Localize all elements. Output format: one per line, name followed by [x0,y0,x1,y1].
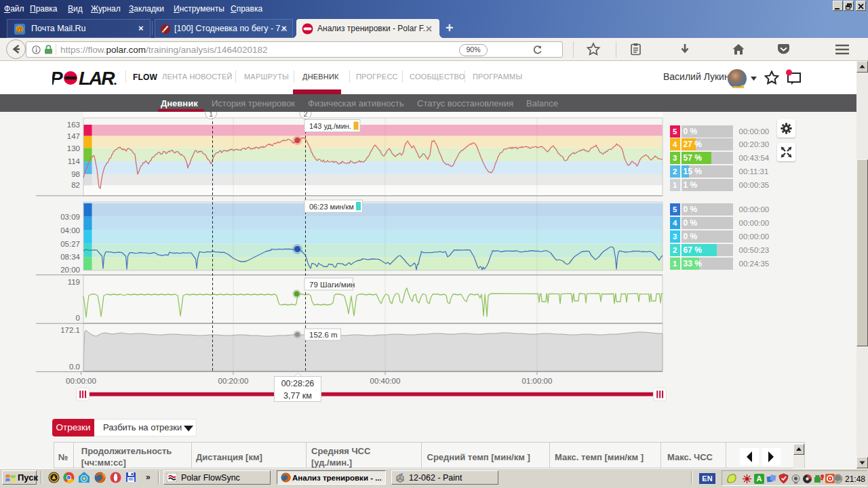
svg-text:01:00:00: 01:00:00 [522,377,553,385]
svg-text:P: P [52,68,63,89]
svg-text:130: 130 [67,144,80,152]
svg-text:08:34: 08:34 [60,253,80,261]
svg-text:98: 98 [71,170,80,178]
svg-text:163: 163 [67,121,80,129]
svg-text:147: 147 [67,132,80,140]
svg-text:04:00: 04:00 [60,226,80,235]
svg-text:05:27: 05:27 [60,240,80,248]
svg-text:LAR: LAR [79,68,115,89]
svg-text:143 уд./мин.: 143 уд./мин. [309,122,351,130]
svg-text:06:23 мин/км: 06:23 мин/км [309,203,354,211]
svg-text:0.0: 0.0 [69,363,80,371]
svg-text:82: 82 [71,181,80,189]
svg-text:@: @ [16,26,23,33]
svg-text:00:00:00: 00:00:00 [66,377,96,385]
svg-text:0: 0 [76,314,80,322]
svg-text:114: 114 [68,157,81,165]
svg-text:00:20:00: 00:20:00 [218,377,249,385]
svg-text:20:00: 20:00 [60,266,80,274]
svg-text:172.1: 172.1 [60,326,80,334]
svg-text:152.6 m: 152.6 m [309,331,338,339]
svg-text:2: 2 [303,112,307,118]
svg-text:79 Шаги/мин: 79 Шаги/мин [309,281,355,289]
svg-text:119: 119 [68,278,80,286]
svg-text:03:09: 03:09 [60,213,80,221]
svg-text:00:28:26: 00:28:26 [281,379,315,388]
svg-text:00:40:00: 00:40:00 [370,377,401,385]
svg-text:3,77 км: 3,77 км [283,391,312,401]
svg-text:1: 1 [209,112,213,118]
